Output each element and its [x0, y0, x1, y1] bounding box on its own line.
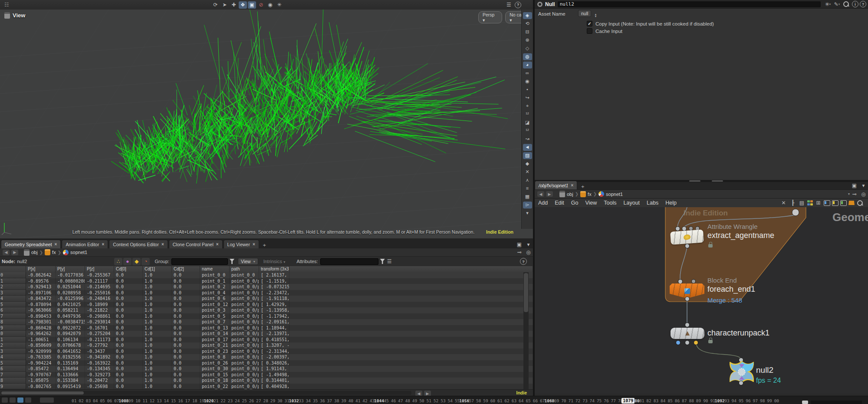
frame-tick[interactable]: 27 [256, 398, 261, 403]
close-icon[interactable]: × [216, 242, 219, 247]
playbar-control[interactable] [10, 397, 16, 403]
frame-tick[interactable]: 81 [639, 398, 644, 403]
frame-tick[interactable]: 69 [554, 398, 559, 403]
cache-input-checkbox[interactable] [587, 28, 592, 34]
back-icon[interactable]: ◀ [537, 191, 544, 197]
asset-name-dropdown[interactable]: null ▲▼ [578, 10, 597, 18]
close-icon[interactable]: × [55, 242, 57, 247]
frame-tick[interactable]: 35 [313, 398, 318, 403]
pin-view-icon[interactable]: ⊗ [523, 37, 532, 44]
table-row[interactable]: 0-0.862642-0.0177036-0.2553670.01.00.0po… [0, 272, 533, 278]
add-tab-icon[interactable]: ＋ [260, 241, 269, 248]
frame-tick[interactable]: 75 [597, 398, 602, 403]
frame-tick[interactable]: 52 [434, 398, 438, 403]
group-filter-icon[interactable] [230, 259, 234, 264]
table-row[interactable]: 8-0.798301-0.00384715-0.2930140.01.00.0p… [0, 319, 533, 325]
close-icon[interactable]: × [161, 242, 164, 247]
pane-menu-icon[interactable]: ▾ [524, 241, 533, 248]
frame-tick[interactable]: 39 [341, 398, 346, 403]
frame-tick[interactable]: 33 [299, 398, 303, 403]
primitive-numbers-icon[interactable]: ¹² [523, 127, 532, 134]
frame-tick[interactable]: 1020 [204, 398, 214, 403]
forward-icon[interactable]: ▶ [11, 250, 18, 255]
output-dot-yellow[interactable] [694, 341, 698, 345]
frame-tick[interactable]: 24 [235, 398, 240, 403]
table-row[interactable]: 17-0.9707670.133666-0.3292730.01.00.0poi… [0, 372, 533, 378]
frame-tick[interactable]: 50 [419, 398, 424, 403]
frame-tick[interactable]: 84 [661, 398, 665, 403]
node-attribwrangle[interactable] [670, 229, 704, 244]
frame-tick[interactable]: 53 [441, 398, 445, 403]
frame-tick[interactable]: 23 [228, 398, 233, 403]
viewport-pane-tab[interactable]: View [4, 12, 25, 19]
node-type-icon[interactable] [537, 2, 542, 7]
table-row[interactable]: 7-0.8984530.0497936-0.2988610.01.00.0poi… [0, 313, 533, 319]
frame-tick[interactable]: 48 [405, 398, 410, 403]
group-input[interactable] [171, 258, 228, 265]
display-options-icon[interactable]: ◈ [523, 12, 532, 19]
split-pane-yellow-icon[interactable] [832, 200, 838, 206]
snapping-off-icon[interactable]: ⊘ [257, 1, 265, 9]
frame-tick[interactable]: 82 [646, 398, 651, 403]
grid-layout-icon[interactable]: ⊞ [814, 199, 822, 207]
point-display-icon[interactable]: • [523, 86, 532, 93]
tree-view-icon[interactable]: ┠ [789, 199, 797, 207]
frame-tick[interactable]: 1068 [544, 398, 554, 403]
points-class-button[interactable]: ∴ [114, 258, 122, 265]
frame-tick[interactable]: 70 [561, 398, 566, 403]
frame-tick[interactable]: 1008 [118, 398, 128, 403]
column-header[interactable]: transform (3x3) [259, 266, 289, 272]
frame-tick[interactable]: 87 [682, 398, 687, 403]
frame-tick[interactable]: 45 [384, 398, 388, 403]
point-numbers-icon[interactable]: ¹² [523, 111, 532, 118]
frame-tick[interactable]: 25 [242, 398, 247, 403]
spinner-icon[interactable]: ▲▼ [594, 13, 597, 18]
frame-tick[interactable]: 02 [79, 398, 83, 403]
frame-tick[interactable]: 61 [497, 398, 502, 403]
table-row[interactable]: 1-0.89576-0.00800208-0.211170.01.00.0poi… [0, 278, 533, 284]
snapshot-icon[interactable]: ◉ [523, 78, 532, 85]
frame-tick[interactable]: 51 [427, 398, 431, 403]
frame-tick[interactable]: 95 [739, 398, 743, 403]
frame-tick[interactable]: 12 [150, 398, 155, 403]
current-frame-indicator[interactable]: 1079 [621, 398, 635, 404]
output-dot[interactable] [685, 341, 689, 345]
close-icon[interactable]: × [571, 183, 573, 188]
frame-tick[interactable]: 42 [362, 398, 367, 403]
frame-tick[interactable]: 1032 [289, 398, 299, 403]
node-name-input[interactable]: null2 [558, 1, 821, 7]
lock-icon[interactable]: ⊟ [523, 29, 532, 36]
input-dot[interactable] [692, 280, 695, 283]
column-header[interactable]: path [230, 266, 259, 272]
help-icon[interactable]: ? [860, 1, 866, 7]
output-dot[interactable] [685, 244, 689, 248]
output-dot[interactable] [685, 297, 689, 301]
scene-viewport[interactable]: View Persp ▾ No cam ▾ Left mouse tumbles… [0, 10, 533, 238]
input-dot[interactable] [682, 227, 686, 231]
shelf-basket-icon[interactable] [848, 201, 855, 205]
pane-tab-context-options-editor[interactable]: Context Options Editor× [109, 240, 168, 248]
frame-tick[interactable]: 36 [320, 398, 325, 403]
primitive-normals-icon[interactable]: ◪ [523, 119, 532, 126]
frame-tick[interactable]: 10 [135, 398, 140, 403]
frame-tick[interactable]: 83 [654, 398, 658, 403]
frame-tick[interactable]: 93 [724, 398, 729, 403]
frame-tick[interactable]: 04 [93, 398, 98, 403]
frame-tick[interactable]: 76 [604, 398, 608, 403]
add-tab-icon[interactable]: ＋ [579, 183, 587, 189]
playbar-timeline[interactable]: 0102030405060710080910111213141516171819… [0, 396, 868, 404]
frame-tick[interactable]: 09 [128, 398, 133, 403]
box-select-toggle-icon[interactable]: ▣ [248, 1, 256, 9]
pane-maximize-icon[interactable]: ▣ [850, 182, 858, 189]
frame-tick[interactable]: 05 [100, 398, 105, 403]
frame-tick[interactable]: 94 [732, 398, 736, 403]
close-icon[interactable]: × [253, 242, 255, 247]
menu-help[interactable]: Help [662, 200, 680, 206]
lighting-icon[interactable]: ◍ [523, 53, 532, 60]
menu-go[interactable]: Go [568, 200, 582, 206]
frame-tick[interactable]: 22 [220, 398, 225, 403]
frame-tick[interactable]: 57 [469, 398, 474, 403]
column-header[interactable]: P[x] [26, 266, 56, 272]
intrinsics-dropdown[interactable]: Intrinsics ▾ [263, 259, 285, 264]
help-icon[interactable]: ? [514, 1, 522, 9]
